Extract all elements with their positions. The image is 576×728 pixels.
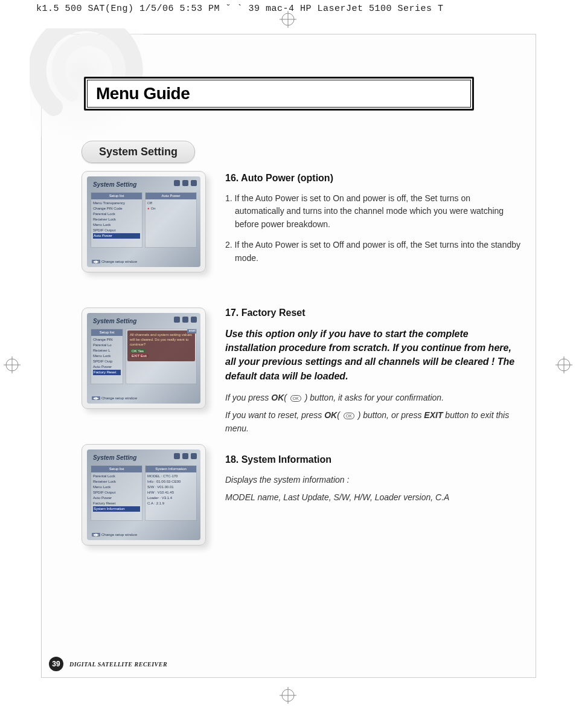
list-item-selected: Factory Reset bbox=[93, 370, 121, 375]
shot-header-icons bbox=[174, 180, 197, 186]
crop-mark-bottom-icon bbox=[280, 687, 296, 706]
info-line: S/W : V01.00.01 bbox=[147, 485, 194, 490]
info-line: C.A : 2.1.9 bbox=[147, 501, 194, 506]
ok-button-icon: OK bbox=[290, 395, 301, 402]
list-item: Menu Lock bbox=[93, 353, 121, 359]
list-item-selected: System Information bbox=[93, 506, 140, 512]
section-16-heading: 16. Auto Power (option) bbox=[225, 171, 521, 186]
list-item: SPDIF Output bbox=[93, 228, 140, 233]
dialog-exit: EXIT Exit bbox=[130, 354, 149, 358]
list-item: Factory Reset bbox=[93, 501, 140, 506]
section-17-warning: Use this option only if you have to star… bbox=[225, 327, 521, 383]
list-item: Change PIN Code bbox=[93, 206, 140, 211]
list-item: Receiver L bbox=[93, 348, 121, 353]
page-number-badge: 39 bbox=[49, 657, 63, 671]
shot-title: System Setting bbox=[93, 318, 136, 324]
info-line: Loader : V3.1.4 bbox=[147, 495, 194, 501]
screenshot-factory-reset: System Setting Setup list Change PIN Par… bbox=[82, 308, 206, 409]
page-title: Menu Guide bbox=[87, 80, 471, 108]
option-on: On bbox=[147, 206, 194, 211]
title-bar: Menu Guide bbox=[84, 77, 474, 111]
text-column: 16. Auto Power (option) 1. If the Auto P… bbox=[225, 171, 521, 509]
confirm-dialog: All channels and system setting values w… bbox=[127, 330, 195, 361]
panel-header: Auto Power bbox=[146, 193, 196, 199]
list-item: Menu Transparency bbox=[93, 201, 140, 206]
page-frame: Menu Guide System Setting System Setting… bbox=[41, 34, 536, 678]
option-off: Off bbox=[147, 201, 194, 206]
shot-hint: ◀▶Change setup window bbox=[92, 259, 137, 263]
section-16-p1: 1. If the Auto Power is set to On and po… bbox=[225, 192, 521, 231]
list-item: Parental Lock bbox=[93, 211, 140, 217]
list-item: Receiver Lock bbox=[93, 479, 140, 485]
info-line: Info : 01.00.02-CE00 bbox=[147, 479, 194, 485]
setup-list-panel: Setup list Menu Transparency Change PIN … bbox=[91, 192, 142, 248]
list-item: Menu Lock bbox=[93, 222, 140, 228]
system-info-panel: System Information MODEL : CTC-170 Info … bbox=[145, 465, 197, 521]
list-item-selected: Auto Power bbox=[93, 233, 140, 239]
auto-power-panel: Auto Power Off On bbox=[145, 192, 197, 248]
section-17-heading: 17. Factory Reset bbox=[225, 306, 521, 321]
panel-header: Setup list bbox=[91, 466, 142, 472]
dialog-panel: eset All channels and system setting val… bbox=[126, 329, 197, 384]
ok-button-icon: OK bbox=[344, 413, 354, 419]
list-item: Change PIN bbox=[93, 337, 121, 343]
list-item: SPDIF Output bbox=[93, 490, 140, 495]
shot-title: System Setting bbox=[93, 454, 136, 461]
section-pill: System Setting bbox=[82, 141, 195, 163]
info-line: MODEL : CTC-170 bbox=[147, 474, 194, 479]
section-17-line2: If you want to reset, press OK( OK ) but… bbox=[225, 409, 521, 435]
section-18-body1: Displays the system information : bbox=[225, 474, 521, 487]
panel-header: Setup list bbox=[91, 193, 142, 199]
section-18-heading: 18. System Information bbox=[225, 453, 521, 468]
shot-title: System Setting bbox=[93, 181, 136, 188]
screenshot-system-info: System Setting Setup list Parental Lock … bbox=[82, 444, 206, 546]
section-16-p2: 2. If the Auto Power is set to Off and p… bbox=[225, 239, 521, 265]
registration-right-icon bbox=[555, 356, 572, 376]
panel-header: System Information bbox=[146, 466, 196, 472]
list-item: Menu Lock bbox=[93, 485, 140, 490]
dialog-text: All channels and system setting values w… bbox=[130, 333, 193, 347]
crop-mark-top-icon bbox=[280, 11, 296, 30]
footer-label: DIGITAL SATELLITE RECEIVER bbox=[69, 661, 167, 668]
list-item: Parental Lock bbox=[93, 474, 140, 479]
page-footer: 39 DIGITAL SATELLITE RECEIVER bbox=[49, 657, 167, 671]
section-18-body2: MODEL name, Last Update, S/W, H/W, Loade… bbox=[225, 491, 521, 504]
list-item: Receiver Lock bbox=[93, 217, 140, 222]
screenshot-column: System Setting Setup list Menu Transpare… bbox=[82, 171, 222, 581]
shot-hint: ◀▶Change setup window bbox=[92, 532, 137, 536]
section-17-line1: If you press OK( OK ) button, it asks fo… bbox=[225, 391, 521, 405]
shot-hint: ◀▶Change setup window bbox=[92, 396, 137, 400]
info-line: H/W : V10.41.45 bbox=[147, 490, 194, 495]
panel-header: Setup list bbox=[91, 329, 123, 336]
shot-header-icons bbox=[174, 317, 197, 323]
setup-list-panel: Setup list Parental Lock Receiver Lock M… bbox=[91, 465, 142, 521]
tab-label: eset bbox=[187, 329, 197, 333]
shot-header-icons bbox=[174, 453, 197, 459]
list-item: Parental Lo bbox=[93, 343, 121, 348]
screenshot-auto-power: System Setting Setup list Menu Transpare… bbox=[82, 171, 206, 272]
list-item: SPDIF Outp bbox=[93, 359, 121, 364]
registration-left-icon bbox=[4, 356, 21, 376]
list-item: Auto Power bbox=[93, 495, 140, 501]
dialog-yes: OK Yes bbox=[130, 349, 146, 353]
list-item: Auto Power bbox=[93, 364, 121, 370]
setup-list-panel: Setup list Change PIN Parental Lo Receiv… bbox=[91, 329, 123, 384]
